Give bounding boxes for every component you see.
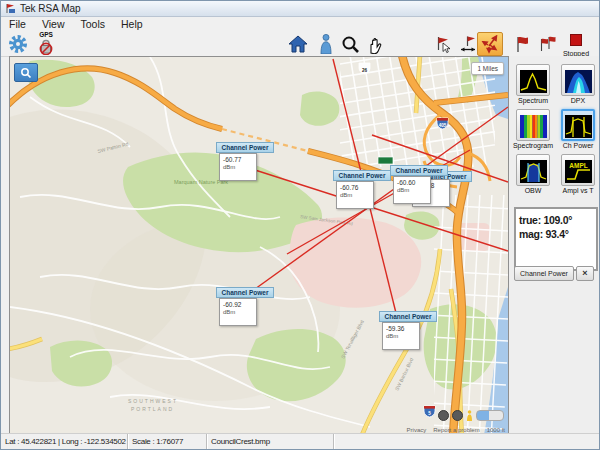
menu-item-view[interactable]: View [34, 17, 73, 31]
meas-button-chpower[interactable] [561, 109, 595, 141]
meas-button-spectrum[interactable] [516, 64, 550, 96]
drop-multi-flag-button[interactable] [534, 32, 560, 56]
channel-power-callout-5[interactable]: -60.92dBmChannel Power [216, 287, 274, 298]
flag-select-button[interactable] [431, 32, 457, 56]
callout-value: -60.76 [340, 184, 370, 192]
callout-unit: dBm [223, 309, 253, 316]
map-label: SOUTHWEST [128, 398, 178, 404]
callout-title: Channel Power [379, 311, 437, 322]
callout-unit: dBm [397, 187, 427, 194]
auto-bearing-button[interactable] [477, 32, 503, 56]
status-empty [334, 434, 599, 449]
highway-shield-5: 5 [424, 406, 435, 417]
spectrum-icon [520, 70, 547, 93]
meas-label-dpx: DPX [556, 97, 600, 104]
gear-icon [8, 34, 28, 54]
channel-power-callout-6[interactable]: -59.36dBmChannel Power [379, 311, 437, 322]
channel-power-callout-3[interactable]: -60.60dBmChannel Power [390, 165, 448, 176]
callout-title: Channel Power [216, 287, 274, 298]
status-scale: Scale : 1:76077 [128, 434, 207, 449]
window-title: Tek RSA Map [20, 3, 81, 14]
channel-power-callout-2[interactable]: -60.76dBmChannel Power [333, 170, 391, 181]
meas-button-dpx[interactable] [561, 64, 595, 96]
highway-shield-26: 26 [359, 63, 370, 74]
map-scale-button[interactable]: 1 Miles [471, 62, 504, 75]
gps-label: GPS [33, 31, 59, 38]
menu-item-help[interactable]: Help [113, 17, 151, 31]
meas-label-obw: OBW [511, 187, 555, 194]
chpower-icon [565, 115, 592, 138]
map-search-button[interactable] [14, 63, 38, 82]
pegman-icon[interactable] [466, 410, 473, 421]
map-rotate-icon[interactable] [438, 410, 449, 421]
svg-text:405: 405 [439, 123, 447, 128]
settings-button[interactable] [5, 32, 31, 56]
toolbar: GPS [1, 31, 599, 57]
obw-icon [520, 160, 547, 183]
map-bottom-controls [438, 410, 504, 421]
spectrogram-icon [520, 115, 547, 138]
true-heading: true: 109.0° [519, 213, 593, 227]
stop-button[interactable]: Stopped [559, 32, 593, 58]
status-bar: Lat : 45.422821 | Long : -122.534502 Sca… [1, 433, 599, 449]
callout-value: -60.60 [397, 179, 427, 187]
meas-button-spectrogram[interactable] [516, 109, 550, 141]
person-icon [320, 34, 332, 54]
double-red-flag-icon [538, 35, 557, 54]
zoom-tool-button[interactable] [337, 32, 363, 56]
callout-body: -60.77dBm [219, 153, 257, 181]
hand-icon [367, 35, 385, 54]
channel-power-tab[interactable]: Channel Power [514, 266, 574, 281]
svg-text:AMPL: AMPL [569, 162, 587, 169]
status-filename: CouncilCrest.bmp [207, 434, 334, 449]
home-icon [288, 35, 308, 53]
bearing-arrows-icon [481, 35, 500, 54]
title-bar[interactable]: Tek RSA Map [1, 1, 599, 17]
meas-label-ampl: Ampl vs T [556, 187, 600, 194]
menu-bar: FileViewToolsHelp [1, 17, 599, 31]
gps-button[interactable]: GPS [33, 31, 59, 56]
callout-title: Channel Power [216, 142, 274, 153]
map-canvas[interactable]: 405526 SOUTHWESTPORTLANDMarquam Nature P… [9, 56, 509, 436]
svg-text:5: 5 [428, 411, 431, 416]
measurement-tab-row: Channel Power × [514, 266, 594, 281]
flag-cursor-icon [435, 35, 453, 54]
measurement-sidebar: SpectrumDPXSpectrogramCh PowerOBWAMPLAmp… [509, 56, 599, 434]
callout-value: -60.77 [223, 156, 253, 164]
map-label: PORTLAND [131, 406, 174, 412]
meas-button-ampl[interactable]: AMPL [561, 154, 595, 186]
callout-title: Channel Power [390, 165, 448, 176]
svg-text:26: 26 [362, 68, 368, 73]
meas-label-chpower: Ch Power [556, 142, 600, 149]
callout-unit: dBm [340, 192, 370, 199]
red-flag-icon [514, 35, 531, 54]
map-zoom-slider[interactable] [476, 410, 504, 421]
callout-body: -60.92dBm [219, 298, 257, 326]
meas-button-obw[interactable] [516, 154, 550, 186]
drop-flag-button[interactable] [509, 32, 535, 56]
app-icon [5, 3, 16, 14]
highway-shield-405: 405 [437, 118, 448, 129]
status-position: Lat : 45.422821 | Long : -122.534502 [1, 434, 128, 449]
gps-disabled-lock-icon [38, 38, 54, 55]
close-tab-button[interactable]: × [576, 266, 594, 281]
exit-sign [378, 157, 393, 164]
ampl-icon: AMPL [565, 160, 592, 183]
menu-item-tools[interactable]: Tools [73, 17, 114, 31]
callout-unit: dBm [223, 164, 253, 171]
home-button[interactable] [285, 32, 311, 56]
mag-heading: mag: 93.4° [519, 227, 593, 241]
position-person-button[interactable] [313, 32, 339, 56]
channel-power-callout-1[interactable]: -60.77dBmChannel Power [216, 142, 274, 153]
app-window: Tek RSA Map FileViewToolsHelp GPS [0, 0, 600, 450]
callout-value: -59.36 [386, 325, 416, 333]
meas-label-spectrogram: Spectrogram [511, 142, 555, 149]
map-tiles: 405526 SOUTHWESTPORTLANDMarquam Nature P… [10, 57, 508, 435]
menu-item-file[interactable]: File [1, 17, 34, 31]
map-settings-icon[interactable] [452, 410, 463, 421]
dpx-icon [565, 70, 592, 93]
callout-value: -60.92 [223, 301, 253, 309]
pan-tool-button[interactable] [363, 32, 389, 56]
callout-body: -60.76dBm [336, 181, 374, 209]
heading-display: true: 109.0° mag: 93.4° [514, 207, 598, 271]
